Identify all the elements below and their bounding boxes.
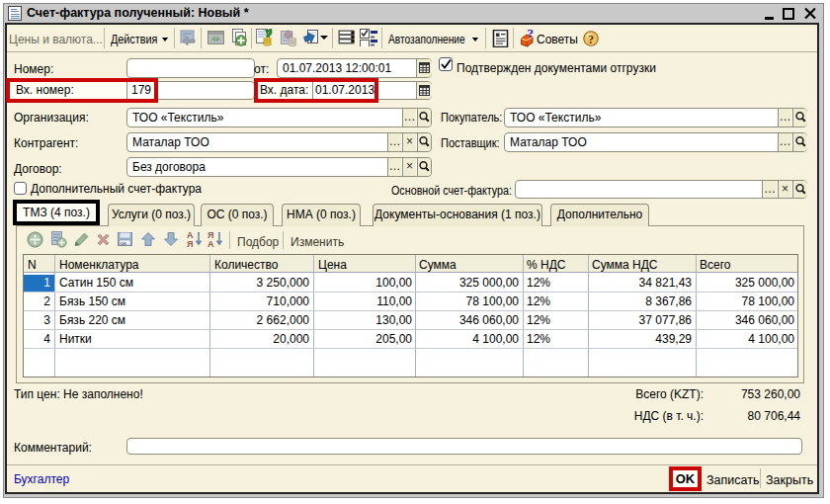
svg-text:ок: ок (121, 240, 126, 246)
svg-text:Я: Я (187, 239, 193, 248)
svg-text:А: А (208, 239, 214, 248)
svg-text:?: ? (528, 27, 535, 41)
svg-text:?: ? (588, 33, 594, 46)
